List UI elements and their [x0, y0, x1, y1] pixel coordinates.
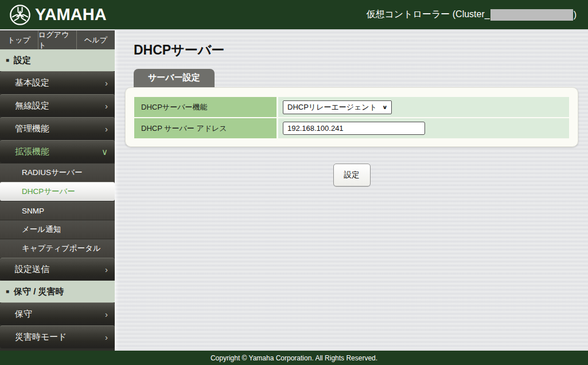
- brand: YAMAHA: [9, 4, 107, 26]
- tab-server-settings[interactable]: サーバー設定: [134, 69, 215, 87]
- sidebar-item-extended-functions[interactable]: 拡張機能 ∨: [0, 140, 115, 163]
- section-label: 設定: [14, 55, 31, 66]
- sidebar-section-settings: ■ 設定: [0, 49, 115, 71]
- form-value-cell: DHCPリレーエージェント ∨: [278, 97, 569, 117]
- section-bullet-icon: ■: [6, 57, 9, 63]
- app-window: YAMAHA 仮想コントローラー (Cluster_) トップ ログアウト ヘル…: [0, 0, 588, 365]
- sidebar-item-management[interactable]: 管理機能 ›: [0, 117, 115, 140]
- top-header: YAMAHA 仮想コントローラー (Cluster_): [0, 0, 588, 30]
- controller-title: 仮想コントローラー (Cluster_): [366, 9, 580, 21]
- sidebar-item-disaster-mode[interactable]: 災害時モード ›: [0, 325, 115, 348]
- main-content: DHCPサーバー サーバー設定 DHCPサーバー機能 DHCPリレーエージェント…: [115, 30, 588, 351]
- form-row-dhcp-server-address: DHCP サーバー アドレス: [134, 118, 569, 138]
- copyright-text: Copyright © Yamaha Corporation. All Righ…: [211, 354, 377, 362]
- topnav-help-button[interactable]: ヘルプ: [77, 30, 115, 49]
- page-title: DHCPサーバー: [134, 41, 588, 59]
- footer: Copyright © Yamaha Corporation. All Righ…: [0, 351, 588, 365]
- topnav: トップ ログアウト ヘルプ: [0, 30, 115, 49]
- brand-name: YAMAHA: [35, 5, 107, 24]
- form-label: DHCP サーバー アドレス: [134, 118, 277, 138]
- chevron-down-icon: ∨: [102, 147, 108, 156]
- dhcp-mode-selected-value: DHCPリレーエージェント: [287, 102, 377, 112]
- form-row-dhcp-mode: DHCPサーバー機能 DHCPリレーエージェント ∨: [134, 97, 569, 117]
- controller-title-suffix: ): [574, 10, 577, 20]
- chevron-right-icon: ›: [105, 125, 108, 133]
- extended-functions-submenu: RADIUSサーバー DHCPサーバー SNMP メール通知 キャプティブポータ…: [0, 163, 115, 258]
- topnav-logout-button[interactable]: ログアウト: [38, 30, 77, 49]
- sidebar-subitem-radius-server[interactable]: RADIUSサーバー: [0, 163, 115, 182]
- sidebar-item-label: 設定送信: [15, 264, 49, 275]
- dhcp-server-address-input[interactable]: [283, 122, 425, 135]
- sidebar-item-label: 災害時モード: [15, 332, 67, 343]
- sidebar-item-label: 基本設定: [15, 77, 49, 88]
- sidebar-item-config-send[interactable]: 設定送信 ›: [0, 258, 115, 281]
- chevron-right-icon: ›: [105, 310, 108, 319]
- sidebar-subitem-dhcp-server[interactable]: DHCPサーバー: [0, 182, 115, 201]
- sidebar-item-label: 保守: [15, 309, 32, 320]
- sidebar-item-label: 無線設定: [15, 100, 49, 111]
- form-value-cell: [278, 118, 569, 138]
- sidebar-subitem-snmp[interactable]: SNMP: [0, 201, 115, 220]
- sidebar-item-label: 管理機能: [15, 123, 49, 134]
- sidebar-item-label: 拡張機能: [15, 146, 49, 157]
- redacted-cluster-name: [490, 9, 573, 21]
- actions-row: 設定: [125, 164, 578, 187]
- chevron-right-icon: ›: [105, 102, 108, 110]
- sidebar-subitem-captive-portal[interactable]: キャプティブポータル: [0, 239, 115, 258]
- sidebar-item-basic-settings[interactable]: 基本設定 ›: [0, 71, 115, 94]
- sidebar-item-maintenance[interactable]: 保守 ›: [0, 302, 115, 325]
- sidebar: トップ ログアウト ヘルプ ■ 設定 基本設定 › 無線設定 › 管理機能 ›: [0, 30, 115, 351]
- sidebar-item-wireless-settings[interactable]: 無線設定 ›: [0, 94, 115, 117]
- section-label: 保守 / 災害時: [14, 286, 64, 297]
- chevron-right-icon: ›: [105, 79, 108, 87]
- controller-title-prefix: 仮想コントローラー (Cluster_: [366, 9, 489, 21]
- apply-settings-button[interactable]: 設定: [333, 164, 371, 187]
- section-bullet-icon: ■: [6, 289, 9, 294]
- sidebar-subitem-mail-notification[interactable]: メール通知: [0, 220, 115, 239]
- yamaha-tuning-forks-icon: [9, 4, 31, 26]
- chevron-right-icon: ›: [105, 265, 108, 274]
- form-label: DHCPサーバー機能: [134, 97, 277, 117]
- sidebar-section-maintenance: ■ 保守 / 災害時: [0, 281, 115, 302]
- chevron-right-icon: ›: [105, 333, 108, 341]
- server-settings-panel: DHCPサーバー機能 DHCPリレーエージェント ∨ DHCP サーバー アドレ…: [125, 87, 578, 147]
- dhcp-mode-select[interactable]: DHCPリレーエージェント ∨: [283, 100, 392, 114]
- topnav-top-button[interactable]: トップ: [0, 30, 38, 49]
- select-caret-icon: ∨: [382, 104, 388, 110]
